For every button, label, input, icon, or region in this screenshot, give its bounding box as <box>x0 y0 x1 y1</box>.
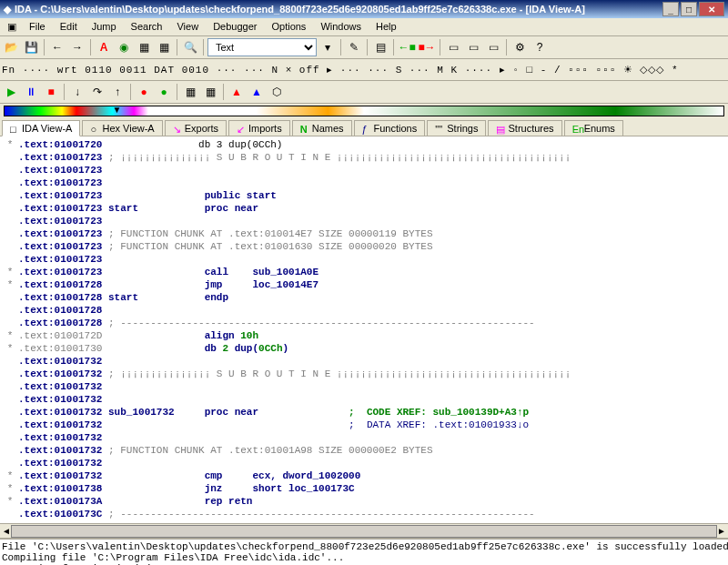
tab-structures[interactable]: ▤Structures <box>488 120 561 136</box>
graph-icon[interactable]: ▦ <box>181 83 199 101</box>
dbg-play-icon[interactable]: ▶ <box>2 83 20 101</box>
code-line[interactable]: *.text:01001738 jnz short loc_100173C <box>2 482 726 495</box>
chart1-icon[interactable]: ▦ <box>135 38 153 56</box>
chart2-icon[interactable]: ▦ <box>155 38 173 56</box>
code-line[interactable]: .text:0100173C ; -----------------------… <box>2 508 726 520</box>
graph2-icon[interactable]: ▦ <box>201 83 219 101</box>
doc-icon[interactable]: ▤ <box>371 38 389 56</box>
strings-icon: "" <box>435 124 444 133</box>
code-line[interactable]: .text:01001732 <box>2 457 726 469</box>
code-line[interactable]: .text:01001723 <box>2 215 726 227</box>
highlight-icon[interactable]: ✎ <box>345 38 363 56</box>
menu-debugger[interactable]: Debugger <box>206 19 264 35</box>
code-line[interactable]: .text:01001728 ; -----------------------… <box>2 317 726 329</box>
code-line[interactable]: *.text:01001728 jmp loc_10014E7 <box>2 278 726 291</box>
step-over-icon[interactable]: ↷ <box>88 83 106 101</box>
analysis-stop-icon[interactable]: ◉ <box>115 38 133 56</box>
h-scrollbar[interactable]: ◄ ► <box>0 523 728 538</box>
code-line[interactable]: .text:01001732 <box>2 431 726 444</box>
code-line[interactable]: *.text:0100173A rep retn <box>2 495 726 508</box>
view-mode-combo[interactable]: Text <box>207 38 317 56</box>
tab-strings[interactable]: ""Strings <box>427 120 486 136</box>
code-line[interactable]: .text:01001732 ; FUNCTION CHUNK AT .text… <box>2 444 726 457</box>
menu-jump[interactable]: Jump <box>85 19 124 35</box>
view-tabs: □IDA View-A ○Hex View-A ↘Exports ↙Import… <box>0 118 728 136</box>
code-line[interactable]: *.text:0100172D align 10h <box>2 329 726 342</box>
enums-icon: En <box>572 124 581 133</box>
code-line[interactable]: *.text:01001730 db 2 dup(0CCh) <box>2 342 726 355</box>
code-line[interactable]: .text:01001728 <box>2 304 726 317</box>
tab-hex-view[interactable]: ○Hex View-A <box>82 120 162 136</box>
dbg-pause-icon[interactable]: ⏸ <box>22 83 40 101</box>
dbg-stop-icon[interactable]: ■ <box>42 83 60 101</box>
disassembly-view[interactable]: *.text:01001720 db 3 dup(0CCh) .text:010… <box>0 136 728 523</box>
tree-icon[interactable]: ▲ <box>228 83 246 101</box>
bp2-icon[interactable]: ● <box>155 83 173 101</box>
tree3-icon[interactable]: ⬡ <box>268 83 286 101</box>
help-icon[interactable]: ? <box>531 38 549 56</box>
code-line[interactable]: .text:01001723 <box>2 164 726 177</box>
win1-icon[interactable]: ▭ <box>444 38 462 56</box>
menu-view[interactable]: View <box>169 19 206 35</box>
win2-icon[interactable]: ▭ <box>464 38 482 56</box>
back-icon[interactable]: ← <box>48 38 66 56</box>
functions-icon: ƒ <box>362 124 371 133</box>
save-icon[interactable]: 💾 <box>22 38 40 56</box>
win3-icon[interactable]: ▭ <box>484 38 502 56</box>
tab-ida-view[interactable]: □IDA View-A <box>2 120 80 136</box>
menu-edit[interactable]: Edit <box>53 19 85 35</box>
log-line: File 'C:\Users\valentin\Desktop\updates\… <box>2 541 726 552</box>
tree2-icon[interactable]: ▲ <box>248 83 266 101</box>
menu-help[interactable]: Help <box>369 19 404 35</box>
fwd-icon[interactable]: → <box>68 38 86 56</box>
code-line[interactable]: .text:01001728 start endp <box>2 291 726 304</box>
settings-icon[interactable]: ⚙ <box>511 38 529 56</box>
open-icon[interactable]: 📂 <box>2 38 20 56</box>
menu-file[interactable]: File <box>22 19 53 35</box>
bp-icon[interactable]: ● <box>135 83 153 101</box>
code-line[interactable]: .text:01001732 <box>2 355 726 368</box>
title-bar: ◆ IDA - C:\Users\valentin\Desktop\update… <box>0 0 728 18</box>
code-line[interactable]: .text:01001732 <box>2 380 726 393</box>
tab-imports[interactable]: ↙Imports <box>228 120 290 136</box>
code-line[interactable]: .text:01001732 sub_1001732 proc near ; C… <box>2 406 726 419</box>
code-line[interactable]: .text:01001732 ; ¡¡¡¡¡¡¡¡¡¡¡¡¡¡¡ S U B R… <box>2 368 726 380</box>
navigation-band[interactable]: ▼ <box>4 106 724 116</box>
tab-exports[interactable]: ↘Exports <box>165 120 227 136</box>
code-line[interactable]: .text:01001723 <box>2 177 726 189</box>
menu-search[interactable]: Search <box>124 19 170 35</box>
code-line[interactable]: .text:01001723 public start <box>2 189 726 202</box>
code-line[interactable]: .text:01001723 ; ¡¡¡¡¡¡¡¡¡¡¡¡¡¡¡ S U B R… <box>2 151 726 164</box>
menu-bar: ▣ File Edit Jump Search View Debugger Op… <box>0 18 728 36</box>
step-into-icon[interactable]: ↓ <box>68 83 86 101</box>
code-line[interactable]: .text:01001732 <box>2 393 726 406</box>
maximize-button[interactable]: □ <box>681 2 697 16</box>
code-line[interactable]: .text:01001723 start proc near <box>2 202 726 215</box>
dropdown-icon[interactable]: ▾ <box>318 38 337 56</box>
code-line[interactable]: *.text:01001732 cmp ecx, dword_1002000 <box>2 469 726 482</box>
code-line[interactable]: *.text:01001720 db 3 dup(0CCh) <box>2 138 726 151</box>
analysis-a-icon[interactable]: A <box>95 38 113 56</box>
close-button[interactable]: ✕ <box>699 2 724 16</box>
run-icon[interactable]: ←■ <box>398 38 416 56</box>
tab-enums[interactable]: EnEnums <box>564 120 623 136</box>
output-log[interactable]: File 'C:\Users\valentin\Desktop\updates\… <box>0 538 728 565</box>
code-line[interactable]: .text:01001732 ; DATA XREF: .text:010019… <box>2 419 726 431</box>
token-strip[interactable]: Fn ···· wrt 0110 0011 DAT 0010 ··· ··· N… <box>2 64 679 76</box>
minimize-button[interactable]: _ <box>662 2 679 16</box>
stop-icon[interactable]: ■→ <box>418 38 436 56</box>
tab-names[interactable]: NNames <box>292 120 352 136</box>
step-out-icon[interactable]: ↑ <box>108 83 126 101</box>
code-line[interactable]: *.text:01001723 call sub_1001A0E <box>2 266 726 278</box>
code-line[interactable]: .text:01001723 ; FUNCTION CHUNK AT .text… <box>2 240 726 253</box>
window-title: IDA - C:\Users\valentin\Desktop\updates\… <box>15 4 662 15</box>
scroll-left-icon[interactable]: ◄ <box>2 526 11 536</box>
menu-windows[interactable]: Windows <box>313 19 369 35</box>
doc-menu-icon[interactable]: ▣ <box>2 19 22 35</box>
scroll-right-icon[interactable]: ► <box>717 526 726 536</box>
binoc-icon[interactable]: 🔍 <box>181 38 199 56</box>
code-line[interactable]: .text:01001723 ; FUNCTION CHUNK AT .text… <box>2 227 726 240</box>
code-line[interactable]: .text:01001723 <box>2 253 726 266</box>
tab-functions[interactable]: ƒFunctions <box>354 120 426 136</box>
menu-options[interactable]: Options <box>264 19 313 35</box>
